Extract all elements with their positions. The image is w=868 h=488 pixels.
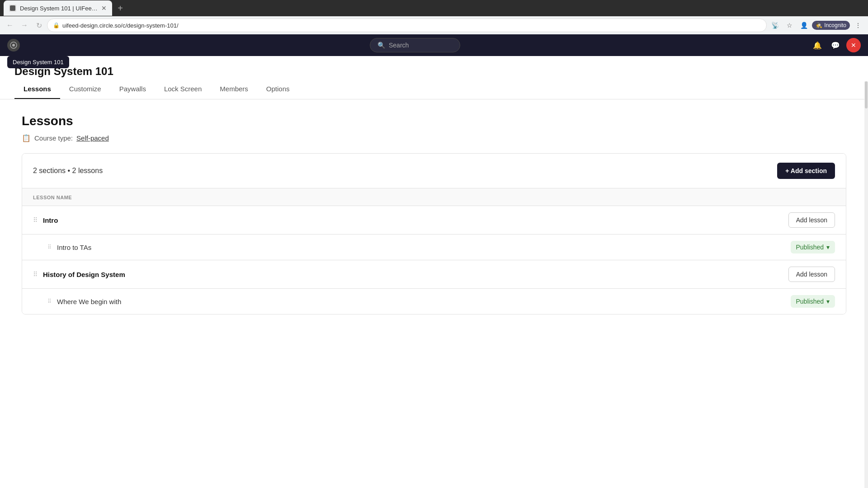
tab-customize[interactable]: Customize [60, 80, 110, 99]
course-type-row: 📋 Course type: Self-paced [22, 134, 846, 142]
add-lesson-button-intro[interactable]: Add lesson [788, 212, 835, 228]
svg-point-2 [12, 44, 15, 47]
refresh-button[interactable]: ↻ [33, 19, 45, 32]
section-row: ⠿ Intro Add lesson [22, 206, 846, 235]
course-type-icon: 📋 [22, 134, 31, 142]
add-section-button[interactable]: + Add section [777, 163, 835, 179]
course-title-row: Design System 101 [14, 56, 854, 78]
topbar-right-actions: 🔔 💬 ✕ [810, 38, 861, 52]
tab-members[interactable]: Members [211, 80, 257, 99]
address-bar[interactable]: 🔒 uifeed-design.circle.so/c/design-syste… [47, 19, 767, 32]
search-placeholder-text: Search [389, 42, 409, 49]
tab-title: Design System 101 | UIFeed Des... [20, 5, 98, 12]
lesson-name: Where We begin with [57, 298, 791, 305]
active-tab[interactable]: Design System 101 | UIFeed Des... ✕ [4, 0, 112, 16]
section-row: ⠿ History of Design System Add lesson [22, 260, 846, 289]
scrollbar-track[interactable] [864, 81, 868, 371]
lesson-name: Intro to TAs [57, 244, 791, 251]
url-text: uifeed-design.circle.so/c/design-system-… [62, 22, 179, 29]
svg-rect-0 [10, 5, 15, 11]
published-badge-intro-tas[interactable]: Published ▾ [791, 241, 835, 253]
tab-paywalls[interactable]: Paywalls [110, 80, 155, 99]
course-type-label: Course type: [34, 134, 73, 142]
list-item: ⠿ Where We begin with Published ▾ [22, 289, 846, 314]
tab-lessons[interactable]: Lessons [14, 80, 60, 99]
lesson-drag-handle-icon[interactable]: ⠿ [47, 244, 52, 250]
search-box[interactable]: 🔍 Search [370, 38, 460, 52]
lessons-header: 2 sections • 2 lessons + Add section [22, 154, 846, 188]
tooltip-text: Design System 101 [13, 59, 64, 66]
tab-options[interactable]: Options [257, 80, 299, 99]
address-bar-row: ← → ↻ 🔒 uifeed-design.circle.so/c/design… [0, 16, 868, 34]
new-tab-button[interactable]: + [114, 2, 127, 14]
drag-handle-icon[interactable]: ⠿ [33, 216, 38, 224]
browser-tab-bar: Design System 101 | UIFeed Des... ✕ + [0, 0, 868, 16]
incognito-icon: 🕵 [816, 22, 822, 28]
page-title: Lessons [22, 114, 846, 128]
course-type-link[interactable]: Self-paced [76, 134, 109, 142]
section-name: History of Design System [43, 271, 788, 278]
logo-tooltip: Design System 101 [7, 56, 69, 68]
browser-action-icons: 📡 ☆ 👤 🕵 Incognito ⋮ [769, 19, 864, 32]
published-badge-where-we-begin[interactable]: Published ▾ [791, 295, 835, 308]
chat-icon[interactable]: 💬 [828, 38, 843, 52]
course-nav: Lessons Customize Paywalls Lock Screen M… [14, 80, 854, 99]
forward-button[interactable]: → [18, 19, 31, 32]
lessons-count: 2 sections • 2 lessons [33, 167, 103, 175]
back-button[interactable]: ← [4, 19, 16, 32]
column-header: LESSON NAME [22, 188, 846, 206]
list-item: ⠿ Intro to TAs Published ▾ [22, 235, 846, 260]
lessons-container: 2 sections • 2 lessons + Add section LES… [22, 153, 846, 314]
lesson-name-header: LESSON NAME [33, 195, 72, 200]
published-label: Published [796, 298, 824, 305]
search-icon: 🔍 [377, 42, 385, 49]
lesson-drag-handle-icon[interactable]: ⠿ [47, 298, 52, 305]
tab-close-button[interactable]: ✕ [101, 5, 107, 12]
published-label: Published [796, 244, 824, 251]
chevron-down-icon: ▾ [826, 244, 830, 251]
incognito-badge: 🕵 Incognito [812, 21, 850, 30]
scrollbar-thumb[interactable] [865, 81, 868, 108]
app-logo[interactable] [7, 39, 20, 52]
lock-icon: 🔒 [53, 22, 60, 28]
app-search-area: 🔍 Search [25, 38, 805, 52]
notification-bell-icon[interactable]: 🔔 [810, 38, 825, 52]
app-topbar: Design System 101 🔍 Search 🔔 💬 ✕ [0, 34, 868, 56]
tab-lock-screen[interactable]: Lock Screen [155, 80, 211, 99]
incognito-label: Incognito [824, 22, 846, 28]
section-name: Intro [43, 216, 788, 224]
cast-icon[interactable]: 📡 [769, 19, 781, 32]
bookmark-icon[interactable]: ☆ [783, 19, 796, 32]
close-button[interactable]: ✕ [846, 38, 861, 52]
add-lesson-button-history[interactable]: Add lesson [788, 267, 835, 282]
tab-favicon [9, 5, 16, 12]
course-header: Design System 101 Lessons Customize Payw… [0, 56, 868, 99]
main-content: Lessons 📋 Course type: Self-paced 2 sect… [0, 99, 868, 371]
menu-button[interactable]: ⋮ [852, 19, 864, 32]
drag-handle-icon[interactable]: ⠿ [33, 271, 38, 278]
chevron-down-icon: ▾ [826, 298, 830, 305]
profile-icon[interactable]: 👤 [797, 19, 810, 32]
logo-container: Design System 101 [7, 39, 20, 52]
